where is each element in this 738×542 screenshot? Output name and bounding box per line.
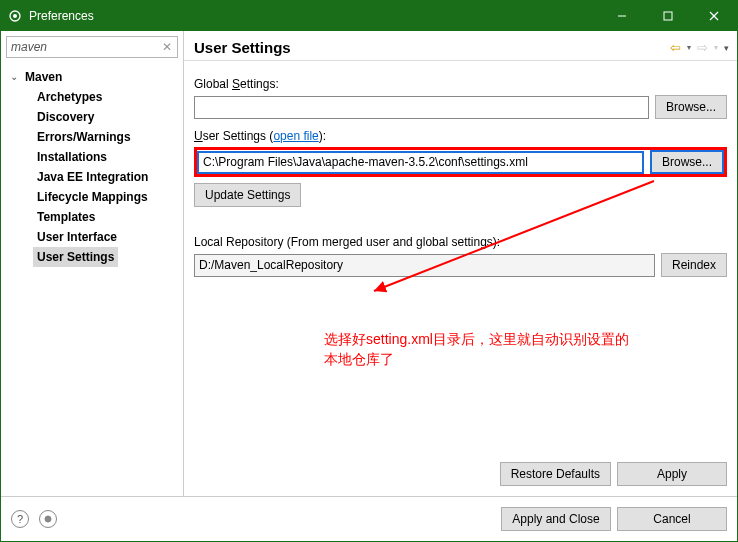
- import-export-icon[interactable]: [39, 510, 57, 528]
- cancel-button[interactable]: Cancel: [617, 507, 727, 531]
- reindex-button[interactable]: Reindex: [661, 253, 727, 277]
- window-title: Preferences: [29, 9, 599, 23]
- forward-menu-icon[interactable]: ▾: [714, 43, 718, 52]
- clear-filter-icon[interactable]: ✕: [162, 40, 172, 54]
- upper-area: ✕ ⌄ Maven Archetypes Discovery Errors/Wa…: [1, 31, 737, 497]
- tree-node-archetypes[interactable]: Archetypes: [33, 87, 181, 107]
- page-title: User Settings: [194, 39, 670, 56]
- tree-node-lifecycle[interactable]: Lifecycle Mappings: [33, 187, 181, 207]
- minimize-button[interactable]: [599, 1, 645, 31]
- settings-form: Global Settings: Browse... User Settings…: [184, 61, 737, 456]
- left-panel: ✕ ⌄ Maven Archetypes Discovery Errors/Wa…: [1, 31, 184, 496]
- close-button[interactable]: [691, 1, 737, 31]
- back-icon[interactable]: ⇦: [670, 40, 681, 55]
- user-settings-label: User Settings (open file):: [194, 129, 727, 143]
- tree-node-javaee[interactable]: Java EE Integration: [33, 167, 181, 187]
- page-buttons: Restore Defaults Apply: [184, 456, 737, 496]
- user-browse-button[interactable]: Browse...: [650, 150, 724, 174]
- header-nav: ⇦ ▾ ⇨ ▾ ▾: [670, 40, 729, 55]
- global-browse-button[interactable]: Browse...: [655, 95, 727, 119]
- help-icon[interactable]: ?: [11, 510, 29, 528]
- page-header: User Settings ⇦ ▾ ⇨ ▾ ▾: [184, 31, 737, 61]
- tree-node-discovery[interactable]: Discovery: [33, 107, 181, 127]
- filter-input[interactable]: [6, 36, 178, 58]
- apply-button[interactable]: Apply: [617, 462, 727, 486]
- svg-point-1: [13, 14, 17, 18]
- global-settings-input[interactable]: [194, 96, 649, 119]
- open-file-link[interactable]: open file: [273, 129, 318, 143]
- restore-defaults-button[interactable]: Restore Defaults: [500, 462, 611, 486]
- user-settings-input[interactable]: [197, 151, 644, 174]
- tree-node-templates[interactable]: Templates: [33, 207, 181, 227]
- user-settings-row-highlight: Browse...: [194, 147, 727, 177]
- maximize-button[interactable]: [645, 1, 691, 31]
- preferences-window: Preferences ✕ ⌄ Maven: [0, 0, 738, 542]
- apply-and-close-button[interactable]: Apply and Close: [501, 507, 611, 531]
- dialog-footer: ? Apply and Close Cancel: [1, 497, 737, 541]
- back-menu-icon[interactable]: ▾: [687, 43, 691, 52]
- global-settings-label: Global Settings:: [194, 77, 727, 91]
- right-panel: User Settings ⇦ ▾ ⇨ ▾ ▾ Global Settings:…: [184, 31, 737, 496]
- update-settings-button[interactable]: Update Settings: [194, 183, 301, 207]
- annotation-text: 选择好setting.xml目录后，这里就自动识别设置的 本地仓库了: [324, 329, 704, 369]
- tree-node-usersettings[interactable]: User Settings: [33, 247, 181, 267]
- preferences-tree: ⌄ Maven Archetypes Discovery Errors/Warn…: [1, 63, 183, 269]
- dialog-body: ✕ ⌄ Maven Archetypes Discovery Errors/Wa…: [1, 31, 737, 541]
- tree-node-maven[interactable]: ⌄ Maven: [7, 67, 181, 87]
- titlebar: Preferences: [1, 1, 737, 31]
- forward-icon[interactable]: ⇨: [697, 40, 708, 55]
- local-repo-label: Local Repository (From merged user and g…: [194, 235, 727, 249]
- tree-label: Maven: [21, 67, 66, 87]
- menu-icon[interactable]: ▾: [724, 43, 729, 53]
- tree-node-errors[interactable]: Errors/Warnings: [33, 127, 181, 147]
- chevron-down-icon[interactable]: ⌄: [7, 68, 21, 86]
- tree-node-ui[interactable]: User Interface: [33, 227, 181, 247]
- svg-rect-3: [664, 12, 672, 20]
- tree-node-installations[interactable]: Installations: [33, 147, 181, 167]
- local-repo-input[interactable]: [194, 254, 655, 277]
- app-icon: [7, 8, 23, 24]
